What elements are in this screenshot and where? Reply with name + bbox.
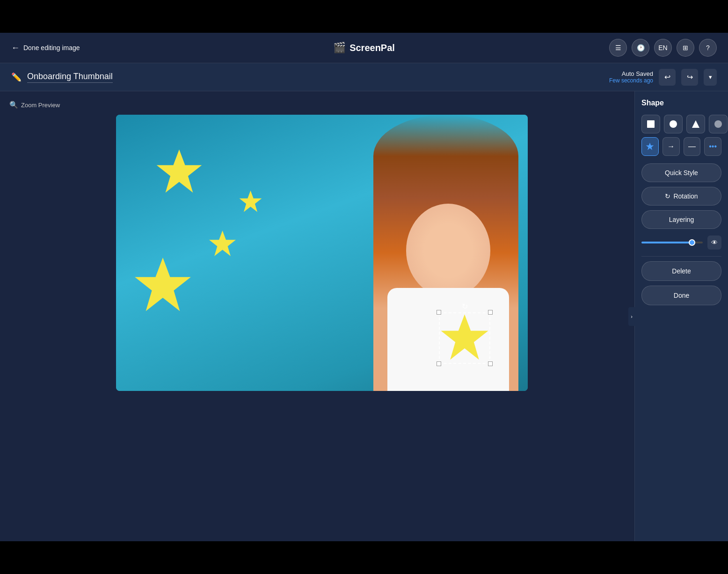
handle-bl[interactable] — [437, 361, 441, 366]
shape-triangle-btn[interactable] — [686, 115, 705, 133]
shape-rectangle-btn[interactable] — [641, 115, 660, 133]
edit-icon: ✏️ — [11, 72, 22, 82]
rotation-label: Rotation — [673, 192, 698, 200]
handle-br[interactable] — [488, 361, 493, 366]
done-label: Done — [674, 292, 689, 299]
undo-icon: ↩ — [664, 73, 670, 81]
language-label: EN — [658, 44, 667, 52]
auto-saved-time: Few seconds ago — [609, 77, 653, 84]
rotation-button[interactable]: ↻ Rotation — [641, 187, 721, 206]
svg-marker-7 — [692, 120, 699, 128]
back-button[interactable]: ← Done editing image — [11, 43, 80, 53]
zoom-preview-label: Zoom Preview — [21, 102, 60, 109]
header-right: ☰ 🕐 EN ⊞ ? — [481, 39, 717, 57]
quick-style-label: Quick Style — [665, 169, 698, 177]
canvas-frame[interactable]: ↻ — [116, 115, 528, 391]
back-arrow-icon: ← — [11, 43, 20, 53]
zoom-icon: 🔍 — [9, 101, 18, 109]
app-container: ← Done editing image 🎬 ScreenPal ☰ 🕐 EN … — [0, 33, 728, 541]
title-bar-left: ✏️ Onboarding Thumbnail — [11, 72, 609, 83]
svg-marker-2 — [135, 258, 191, 311]
logo-text: ScreenPal — [349, 43, 395, 53]
dropdown-button[interactable]: ▾ — [704, 69, 717, 86]
bottom-bar — [0, 541, 728, 574]
language-button[interactable]: EN — [654, 39, 672, 57]
logo: 🎬 ScreenPal — [333, 42, 395, 54]
layers-icon: ⊞ — [683, 44, 688, 52]
menu-icon: ☰ — [615, 44, 621, 52]
star-element-4[interactable] — [207, 229, 238, 260]
arrow-icon: → — [667, 142, 675, 151]
shape-grid — [641, 115, 721, 133]
shape-panel: › Shape — [634, 91, 728, 541]
eye-icon: 👁 — [711, 239, 718, 246]
redo-button[interactable]: ↪ — [681, 69, 698, 86]
svg-rect-5 — [647, 120, 655, 128]
shape-circle-btn[interactable] — [664, 115, 683, 133]
history-icon: 🕐 — [637, 44, 645, 52]
shape-rounded-circle-btn[interactable] — [709, 115, 728, 133]
shape-star-btn[interactable] — [641, 137, 659, 156]
header: ← Done editing image 🎬 ScreenPal ☰ 🕐 EN … — [0, 33, 728, 63]
delete-label: Delete — [672, 267, 691, 275]
opacity-slider[interactable] — [641, 242, 703, 243]
svg-marker-9 — [646, 143, 654, 150]
star-element-3[interactable] — [130, 255, 196, 318]
header-center: 🎬 ScreenPal — [247, 42, 482, 54]
auto-saved-label: Auto Saved — [609, 70, 653, 77]
auto-saved-info: Auto Saved Few seconds ago — [609, 70, 653, 84]
selection-box — [439, 312, 490, 364]
logo-icon: 🎬 — [333, 42, 346, 54]
top-bar — [0, 0, 728, 33]
menu-button[interactable]: ☰ — [609, 39, 627, 57]
done-button[interactable]: Done — [641, 286, 721, 305]
layers-button[interactable]: ⊞ — [677, 39, 694, 57]
handle-tr[interactable] — [488, 310, 493, 315]
panel-toggle[interactable]: › — [628, 307, 635, 326]
visibility-button[interactable]: 👁 — [707, 235, 721, 250]
help-button[interactable]: ? — [699, 39, 717, 57]
back-label: Done editing image — [23, 44, 80, 52]
more-icon: ••• — [709, 142, 717, 151]
quick-style-button[interactable]: Quick Style — [641, 163, 721, 182]
star-element-2[interactable] — [238, 190, 263, 216]
title-bar-right: Auto Saved Few seconds ago ↩ ↪ ▾ — [609, 69, 717, 86]
layering-label: Layering — [669, 216, 694, 223]
svg-point-6 — [670, 120, 677, 128]
star-element-1[interactable] — [153, 147, 205, 199]
selected-star-container[interactable]: ↻ — [439, 312, 490, 364]
redo-icon: ↪ — [687, 73, 693, 81]
opacity-row: 👁 — [641, 234, 721, 257]
arrow-row: → — ••• — [641, 137, 721, 156]
zoom-preview-bar[interactable]: 🔍 Zoom Preview — [9, 101, 60, 109]
rotation-icon: ↻ — [665, 192, 670, 200]
title-bar: ✏️ Onboarding Thumbnail Auto Saved Few s… — [0, 63, 728, 91]
rotation-handle[interactable]: ↻ — [462, 302, 468, 311]
shape-line-btn[interactable]: — — [684, 137, 701, 156]
project-title[interactable]: Onboarding Thumbnail — [27, 72, 113, 83]
layering-button[interactable]: Layering — [641, 210, 721, 229]
svg-marker-1 — [240, 191, 262, 212]
svg-point-8 — [714, 120, 722, 128]
slider-thumb[interactable] — [689, 239, 695, 246]
dropdown-icon: ▾ — [709, 74, 712, 81]
handle-tl[interactable] — [437, 310, 441, 315]
header-left: ← Done editing image — [11, 43, 247, 53]
canvas-area: 🔍 Zoom Preview — [0, 91, 728, 541]
shape-arrow-btn[interactable]: → — [662, 137, 680, 156]
history-button[interactable]: 🕐 — [632, 39, 649, 57]
delete-button[interactable]: Delete — [641, 261, 721, 281]
canvas-wrapper: 🔍 Zoom Preview — [0, 91, 634, 541]
help-icon: ? — [706, 44, 710, 52]
panel-title: Shape — [641, 99, 721, 107]
undo-button[interactable]: ↩ — [659, 69, 676, 86]
shape-more-btn[interactable]: ••• — [704, 137, 721, 156]
line-icon: — — [688, 142, 696, 151]
svg-marker-0 — [157, 149, 202, 192]
svg-marker-3 — [209, 230, 236, 256]
